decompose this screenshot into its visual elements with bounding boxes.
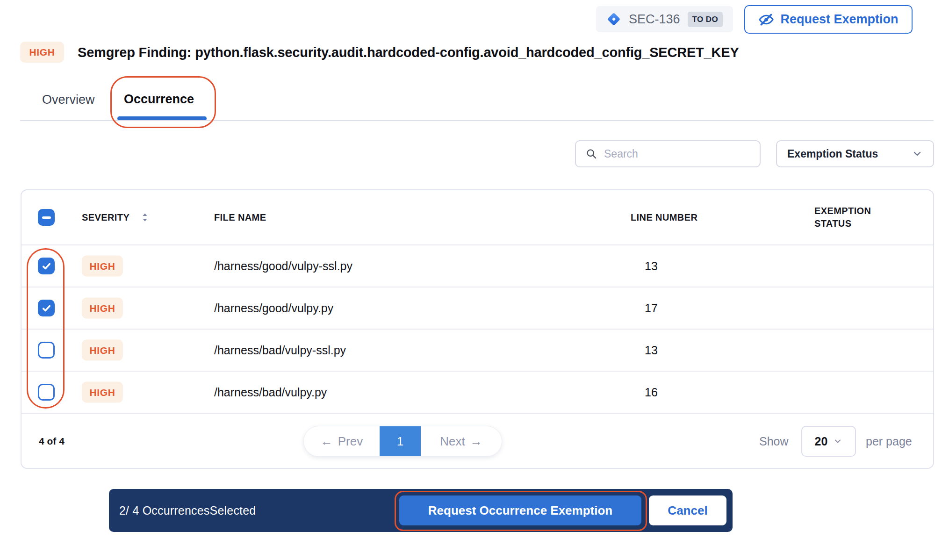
page-size-dropdown[interactable]: 20 xyxy=(801,426,856,457)
line-number-cell: 16 xyxy=(645,386,658,399)
line-number-cell: 17 xyxy=(645,302,658,315)
table-row[interactable]: HIGH /harness/bad/vulpy-ssl.py 13 xyxy=(22,329,933,371)
table-row[interactable]: HIGH /harness/bad/vulpy.py 16 xyxy=(22,371,933,413)
table-row[interactable]: HIGH /harness/good/vulpy.py 17 xyxy=(22,287,933,329)
column-header-severity[interactable]: SEVERITY xyxy=(82,212,129,223)
arrow-left-icon: ← xyxy=(321,434,333,449)
jira-status-badge: TO DO xyxy=(688,12,723,27)
select-all-checkbox[interactable] xyxy=(38,209,55,226)
severity-badge: HIGH xyxy=(82,340,123,361)
file-name-cell: /harness/bad/vulpy-ssl.py xyxy=(214,344,346,357)
sort-icon[interactable] xyxy=(139,212,151,223)
next-label: Next xyxy=(440,434,465,449)
line-number-cell: 13 xyxy=(645,259,658,273)
severity-badge: HIGH xyxy=(82,256,123,277)
line-number-cell: 13 xyxy=(645,344,658,357)
chevron-down-icon xyxy=(912,148,923,159)
request-exemption-button[interactable]: Request Exemption xyxy=(744,5,913,34)
table-footer: 4 of 4 ← Prev 1 Next → Show 20 per page xyxy=(22,413,933,469)
severity-badge: HIGH xyxy=(82,382,123,403)
tab-overview[interactable]: Overview xyxy=(42,93,95,107)
next-page-button[interactable]: Next → xyxy=(421,426,502,456)
jira-ticket-badge[interactable]: SEC-136 TO DO xyxy=(596,6,733,32)
severity-badge: HIGH xyxy=(82,298,123,319)
file-name-cell: /harness/bad/vulpy.py xyxy=(214,386,327,399)
row-checkbox[interactable] xyxy=(38,342,55,359)
exemption-status-dropdown-label: Exemption Status xyxy=(787,148,878,160)
table-row[interactable]: HIGH /harness/good/vulpy-ssl.py 13 xyxy=(22,244,933,287)
prev-page-button[interactable]: ← Prev xyxy=(304,426,380,456)
page-size-value: 20 xyxy=(815,435,828,448)
selected-count-label: 2/ 4 OccurrencesSelected xyxy=(119,504,256,517)
tab-occurrence[interactable]: Occurrence xyxy=(124,92,194,107)
column-header-file-name: FILE NAME xyxy=(214,212,266,223)
checkmark-icon xyxy=(41,260,52,272)
file-name-cell: /harness/good/vulpy-ssl.py xyxy=(214,259,352,273)
column-header-exemption-status: EXEMPTION STATUS xyxy=(814,205,901,230)
row-checkbox[interactable] xyxy=(38,258,55,274)
finding-severity-badge: HIGH xyxy=(20,42,64,63)
prev-label: Prev xyxy=(338,434,363,449)
occurrences-table: SEVERITY FILE NAME LINE NUMBER EXEMPTION… xyxy=(21,189,934,469)
file-name-cell: /harness/good/vulpy.py xyxy=(214,302,333,315)
search-input[interactable] xyxy=(604,148,750,160)
per-page-label: per page xyxy=(866,435,912,448)
request-occurrence-exemption-button[interactable]: Request Occurrence Exemption xyxy=(399,495,641,525)
jira-diamond-icon xyxy=(606,12,621,27)
request-exemption-label: Request Exemption xyxy=(780,12,898,27)
indeterminate-minus-icon xyxy=(42,216,51,219)
jira-ticket-key: SEC-136 xyxy=(629,12,680,27)
search-icon xyxy=(585,148,597,160)
cancel-button[interactable]: Cancel xyxy=(649,495,726,525)
pagination: ← Prev 1 Next → xyxy=(303,426,502,457)
checkmark-icon xyxy=(41,302,52,314)
row-checkbox[interactable] xyxy=(38,300,55,316)
show-label: Show xyxy=(759,435,789,448)
row-count-label: 4 of 4 xyxy=(39,436,65,447)
exemption-status-dropdown[interactable]: Exemption Status xyxy=(776,140,934,167)
search-box[interactable] xyxy=(575,140,761,167)
selection-action-bar: 2/ 4 OccurrencesSelected Request Occurre… xyxy=(109,489,733,532)
eye-slash-icon xyxy=(758,12,774,28)
column-header-line-number: LINE NUMBER xyxy=(631,212,697,223)
row-checkbox[interactable] xyxy=(38,384,55,401)
arrow-right-icon: → xyxy=(470,434,482,449)
page-number-button[interactable]: 1 xyxy=(380,426,421,456)
tabs-divider xyxy=(20,120,934,121)
chevron-down-icon xyxy=(833,437,842,446)
page-title: Semgrep Finding: python.flask.security.a… xyxy=(78,45,739,60)
